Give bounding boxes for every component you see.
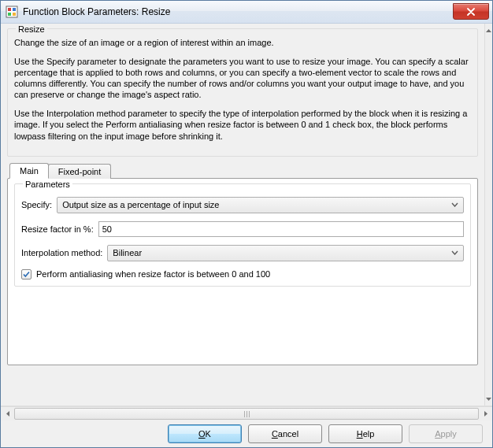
help-button[interactable]: Help (328, 424, 402, 443)
interpolation-row: Interpolation method: Bilinear (21, 245, 464, 261)
cancel-button[interactable]: Cancel (248, 424, 322, 443)
content-wrap: Resize Change the size of an image or a … (1, 24, 492, 406)
client-area: Resize Change the size of an image or a … (1, 24, 492, 447)
close-button[interactable] (453, 3, 489, 20)
title-bar[interactable]: Function Block Parameters: Resize (1, 1, 492, 24)
apply-button[interactable]: Apply (409, 424, 483, 443)
apply-post: pply (441, 429, 457, 439)
parameters-body: Specify: Output size as a percentage of … (21, 197, 464, 280)
scroll-down-arrow-icon[interactable] (485, 392, 492, 405)
interpolation-select[interactable]: Bilinear (107, 245, 464, 261)
tab-main-label: Main (20, 166, 39, 176)
ok-button[interactable]: OK (168, 424, 242, 443)
app-icon (6, 6, 18, 18)
resize-factor-row: Resize factor in %: (21, 221, 464, 237)
tab-fixed-point[interactable]: Fixed-point (48, 164, 111, 179)
ok-post: K (206, 429, 211, 439)
antialias-label: Perform antialiasing when resize factor … (36, 269, 270, 279)
tabs: Main Fixed-point Parameters Specify: (7, 163, 478, 365)
resize-factor-label: Resize factor in %: (21, 224, 94, 234)
vertical-scrollbar[interactable] (484, 24, 492, 405)
horizontal-scroll-track[interactable] (14, 407, 479, 420)
scroll-grip-icon (242, 411, 251, 417)
desc-p3: Use the Interpolation method parameter t… (14, 108, 471, 141)
scroll-up-arrow-icon[interactable] (485, 24, 492, 37)
scroll-left-arrow-icon[interactable] (1, 407, 14, 420)
group-title: Resize (16, 24, 47, 34)
parameters-group: Parameters Specify: Output size as a per… (14, 183, 471, 287)
ok-mnemonic: O (198, 429, 206, 439)
cancel-mnemonic: C (272, 429, 278, 439)
vertical-scroll-track[interactable] (485, 37, 492, 392)
antialias-row: Perform antialiasing when resize factor … (21, 269, 464, 280)
apply-mnemonic: A (435, 429, 440, 439)
specify-value: Output size as a percentage of input siz… (62, 200, 219, 209)
scroll-right-arrow-icon[interactable] (479, 407, 492, 420)
desc-p1: Change the size of an image or a region … (14, 37, 471, 48)
tab-panel-main: Parameters Specify: Output size as a per… (7, 178, 478, 365)
parameters-title: Parameters (23, 180, 72, 189)
help-post: elp (363, 429, 375, 439)
horizontal-scroll-thumb[interactable] (14, 408, 479, 420)
button-bar: OK Cancel Help Apply (1, 420, 492, 447)
specify-label: Specify: (21, 200, 52, 209)
cancel-post: ancel (278, 429, 298, 439)
horizontal-scrollbar[interactable] (1, 406, 492, 420)
svg-rect-2 (13, 8, 16, 11)
chevron-down-icon (449, 202, 460, 207)
close-icon (466, 8, 476, 16)
tab-fixed-point-label: Fixed-point (58, 167, 101, 176)
interpolation-value: Bilinear (113, 248, 142, 257)
svg-rect-1 (8, 8, 11, 11)
description-group: Resize Change the size of an image or a … (7, 28, 478, 157)
antialias-checkbox[interactable] (21, 269, 32, 280)
content: Resize Change the size of an image or a … (1, 24, 484, 405)
description-text: Change the size of an image or a region … (14, 37, 471, 142)
dialog-window: Function Block Parameters: Resize Resize… (0, 0, 493, 448)
window-title: Function Block Parameters: Resize (23, 6, 170, 17)
svg-rect-4 (13, 13, 16, 16)
resize-factor-input[interactable] (98, 221, 464, 237)
help-mnemonic: H (357, 429, 363, 439)
chevron-down-icon (449, 250, 460, 255)
specify-select[interactable]: Output size as a percentage of input siz… (57, 197, 464, 213)
interpolation-label: Interpolation method: (21, 248, 102, 257)
tab-main[interactable]: Main (9, 163, 49, 179)
specify-row: Specify: Output size as a percentage of … (21, 197, 464, 213)
tab-strip: Main Fixed-point (7, 163, 478, 179)
svg-rect-3 (8, 13, 11, 16)
desc-p2: Use the Specify parameter to designate t… (14, 56, 471, 100)
check-icon (22, 270, 31, 279)
